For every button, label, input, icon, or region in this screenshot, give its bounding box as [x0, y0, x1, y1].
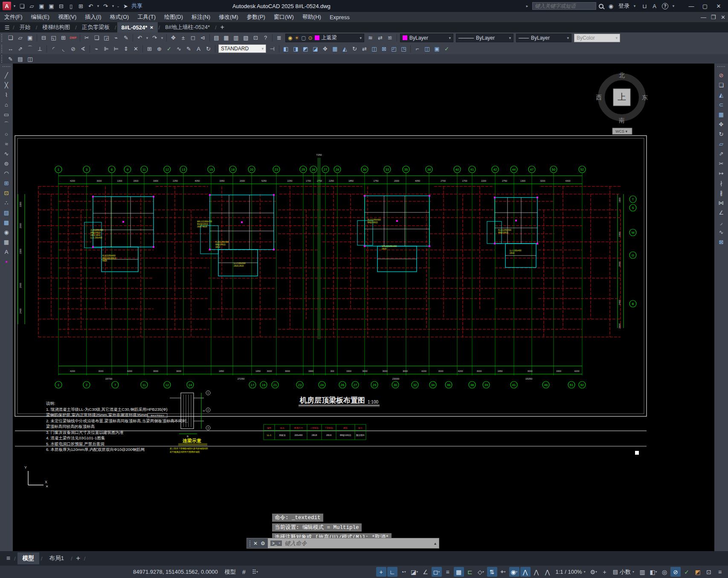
- annotation-monitor-icon[interactable]: ◩: [693, 567, 703, 577]
- save-icon[interactable]: ▣: [37, 2, 46, 10]
- signin-dropdown-icon[interactable]: ▾: [632, 2, 637, 10]
- signin-label[interactable]: 登录: [618, 2, 629, 10]
- dim-style-dropdown[interactable]: STANDARD▾: [218, 44, 266, 53]
- file-tab-1[interactable]: 楼梯结构图: [38, 22, 74, 32]
- quick-dim-icon[interactable]: ⌁: [92, 44, 101, 53]
- arc-icon[interactable]: ⌒: [1, 120, 12, 129]
- lineweight-dropdown[interactable]: ——ByLayer▾: [516, 34, 571, 42]
- paste-icon[interactable]: ◲: [102, 34, 111, 42]
- autocad-logo-button[interactable]: A: [3, 2, 11, 10]
- dynamic-input-icon[interactable]: ⌖▾: [498, 567, 508, 577]
- spline-icon[interactable]: ∿: [1, 149, 12, 158]
- dim-break-icon[interactable]: ✕: [131, 44, 140, 53]
- quick-properties-icon[interactable]: ▥: [637, 567, 647, 577]
- scale-icon[interactable]: ▱: [716, 139, 726, 148]
- redo-icon[interactable]: ↷: [101, 2, 110, 10]
- zoom-window-icon[interactable]: ◻: [189, 34, 197, 42]
- point-icon[interactable]: ∴: [1, 198, 12, 207]
- annotation-scale-left-icon[interactable]: ⋀: [531, 567, 542, 577]
- insert-block-icon[interactable]: ⊞: [1, 179, 12, 188]
- layer-properties-icon[interactable]: ≣: [275, 34, 284, 42]
- open-folder-icon[interactable]: ▱: [16, 34, 25, 42]
- undo-icon[interactable]: ↶: [86, 2, 95, 10]
- solid-union-icon[interactable]: ◪: [311, 44, 320, 53]
- menu-item-0[interactable]: 文件(F): [0, 12, 27, 22]
- menu-item-3[interactable]: 插入(I): [81, 12, 105, 22]
- object-snap-icon[interactable]: ◻▾: [432, 567, 442, 577]
- autoscale-icon[interactable]: ⋀: [520, 567, 531, 577]
- osnap-3d-icon[interactable]: ◇▾: [476, 567, 486, 577]
- tolerance-icon[interactable]: ⊞: [145, 44, 154, 53]
- plot-icon[interactable]: ⊞: [59, 34, 68, 42]
- print-icon[interactable]: ⊟: [39, 34, 48, 42]
- polyline-icon[interactable]: ⌇: [1, 90, 12, 99]
- new-layout-button[interactable]: +: [74, 554, 83, 563]
- file-tab-4[interactable]: 8#地上墙柱-0524*: [161, 22, 214, 32]
- thicken-icon[interactable]: ◳: [399, 44, 408, 53]
- dim-angular-icon[interactable]: ∢: [78, 44, 87, 53]
- menu-item-1[interactable]: 编辑(E): [27, 12, 54, 22]
- array-3d-icon[interactable]: ▦: [331, 44, 339, 53]
- designcenter-icon[interactable]: ▦: [222, 34, 231, 42]
- doc-restore-button[interactable]: ❐: [709, 13, 718, 21]
- linetype-dropdown[interactable]: ———ByLayer▾: [456, 34, 513, 42]
- menu-item-12[interactable]: Express: [325, 12, 354, 22]
- fillet-icon[interactable]: ◞: [716, 218, 726, 227]
- logo-dropdown-icon[interactable]: ▾: [12, 2, 17, 10]
- menu-item-8[interactable]: 修改(M): [215, 12, 243, 22]
- dynamic-ucs-icon[interactable]: ⇅: [487, 567, 497, 577]
- undo-dropdown-icon[interactable]: ▾: [145, 34, 149, 42]
- redo-icon[interactable]: ↷: [150, 34, 159, 42]
- maximize-button[interactable]: ▢: [699, 1, 711, 11]
- dwg-compare-icon[interactable]: ◫: [26, 55, 35, 63]
- menu-item-7[interactable]: 标注(N): [187, 12, 215, 22]
- layout-menu-icon[interactable]: ≡: [4, 554, 13, 563]
- region-icon[interactable]: ◉: [1, 228, 12, 237]
- separate-icon[interactable]: ◫: [423, 44, 432, 53]
- markup-import-icon[interactable]: ✎: [6, 55, 15, 63]
- print-preview-icon[interactable]: ◱: [49, 34, 58, 42]
- redo-dropdown-icon[interactable]: ▾: [111, 2, 115, 10]
- solid-box-icon[interactable]: ◧: [281, 44, 290, 53]
- print-icon[interactable]: ⊞: [76, 2, 85, 10]
- circle-icon[interactable]: ○: [1, 130, 12, 139]
- isolate-objects-icon[interactable]: ◎: [659, 567, 670, 577]
- file-tab-3[interactable]: 8#L-0524*✕: [117, 22, 158, 32]
- tool-palettes-icon[interactable]: ▥: [232, 34, 241, 42]
- cart-icon[interactable]: ⊔: [640, 2, 649, 10]
- dim-continue-icon[interactable]: ⊨: [112, 44, 121, 53]
- save-as-icon[interactable]: ▣: [47, 2, 56, 10]
- hatch-icon[interactable]: ▨: [1, 208, 12, 217]
- dim-jogged-icon[interactable]: ◟: [59, 44, 68, 53]
- workspace-gear-icon[interactable]: ⚙▾: [589, 567, 599, 577]
- close-button[interactable]: ✕: [712, 1, 725, 11]
- menu-item-2[interactable]: 视图(V): [54, 12, 81, 22]
- polygon-icon[interactable]: ⌂: [1, 100, 12, 109]
- revision-cloud-icon[interactable]: ≈: [1, 139, 12, 148]
- properties-icon[interactable]: ▤: [212, 34, 221, 42]
- blend-curves-icon[interactable]: ∿: [716, 228, 726, 237]
- search-icon[interactable]: [599, 4, 603, 9]
- qat-dropdown-icon[interactable]: ⌄: [116, 2, 120, 10]
- new-tab-button[interactable]: +: [218, 23, 227, 32]
- create-block-icon[interactable]: ⊡: [1, 189, 12, 198]
- dim-edit-icon[interactable]: ✎: [184, 44, 193, 53]
- dim-ordinate-icon[interactable]: ⊥: [35, 44, 44, 53]
- move-3d-icon[interactable]: ✥: [321, 44, 330, 53]
- line-icon[interactable]: ╱: [1, 71, 12, 80]
- clean-icon[interactable]: ⌐: [413, 44, 422, 53]
- file-tab-0[interactable]: 开始: [15, 22, 35, 32]
- trim-icon[interactable]: ✂: [716, 159, 726, 168]
- mtext-icon[interactable]: A: [1, 247, 12, 256]
- search-input[interactable]: [532, 2, 596, 10]
- command-close-icon[interactable]: ✕: [253, 540, 258, 546]
- dim-baseline-icon[interactable]: ⊫: [102, 44, 111, 53]
- rectangle-icon[interactable]: ▭: [1, 110, 12, 119]
- chamfer-icon[interactable]: ∠: [716, 208, 726, 217]
- cut-icon[interactable]: ✂: [82, 34, 91, 42]
- transparency-icon[interactable]: ▦: [454, 567, 464, 577]
- command-input[interactable]: 键入命令: [284, 540, 434, 547]
- clean-screen-icon[interactable]: ⊡: [704, 567, 714, 577]
- user-icon[interactable]: ◉: [606, 2, 615, 10]
- help-dropdown-icon[interactable]: ▾: [671, 2, 676, 10]
